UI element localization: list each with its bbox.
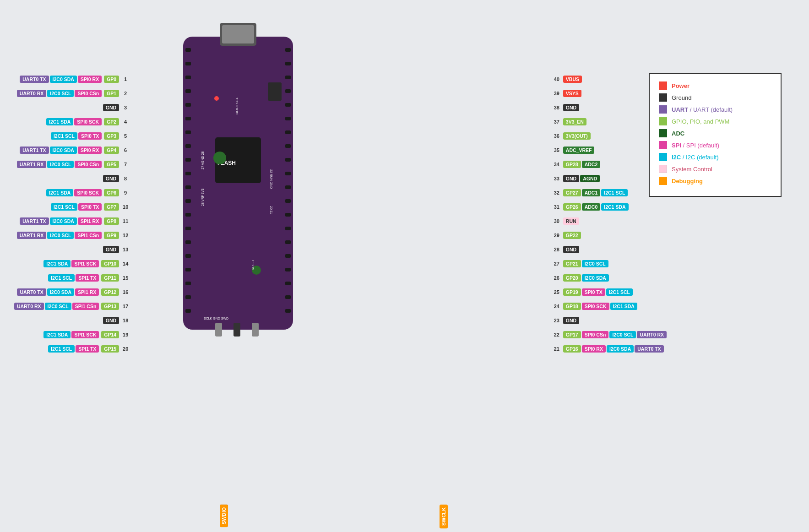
pill-spi0tx-25: SPI0 TX: [582, 288, 605, 296]
legend-label-adc: ADC: [672, 130, 684, 137]
pin-num-12: 12: [120, 232, 130, 239]
pill-uart1tx-6: UART1 TX: [20, 147, 49, 154]
pin-num-24: 24: [552, 303, 562, 310]
pin-num-10: 10: [120, 203, 130, 211]
pin-num-32: 32: [552, 189, 562, 196]
svg-rect-33: [285, 185, 291, 189]
pill-vsys: VSYS: [563, 90, 581, 97]
pill-gp9: GP9: [104, 232, 119, 239]
pill-gp2: GP2: [104, 118, 119, 125]
pill-i2c1sda-19: I2C1 SDA: [43, 331, 71, 338]
svg-rect-29: [285, 130, 291, 134]
pill-i2c0scl-7: I2C0 SCL: [47, 161, 74, 168]
svg-rect-17: [185, 240, 191, 244]
legend-item-spi: SPI / SPI (default): [659, 141, 771, 149]
svg-rect-20: [185, 282, 191, 285]
legend-label-debug: Debugging: [672, 178, 703, 185]
legend-item-sysctrl: System Control: [659, 165, 771, 173]
board-area: LED (GP25): [0, 0, 809, 532]
pill-gp26: GP26: [563, 203, 581, 211]
pin-num-25: 25: [552, 288, 562, 296]
pin-num-22: 22: [552, 331, 562, 338]
pill-spi0rx-21: SPI0 RX: [582, 345, 606, 353]
legend-swatch-debug: [659, 177, 667, 185]
pin-row-11: UART1 TX I2C0 SDA SPI1 RX GP8 11: [14, 214, 131, 228]
pill-spi1sck-14: SPI1 SCK: [71, 260, 99, 267]
pin-row-19: I2C1 SDA SPI1 SCK GP14 19: [14, 328, 131, 341]
legend-swatch-gpio: [659, 117, 667, 125]
legend-swatch-i2c: [659, 153, 667, 161]
svg-rect-34: [285, 199, 291, 203]
pill-uart0rx-2: UART0 RX: [17, 90, 47, 97]
pin-num-17: 17: [120, 303, 130, 310]
pill-3v3out: 3V3(OUT): [563, 132, 591, 140]
pin-row-16: UART0 TX I2C0 SDA SPI1 RX GP12 16: [14, 285, 131, 299]
pill-gnd-33: GND: [563, 175, 579, 182]
pin-row-27: 27 GP21 I2C0 SCL: [551, 257, 667, 270]
pill-gp10: GP10: [101, 260, 119, 267]
svg-rect-8: [185, 117, 191, 120]
pill-i2c0scl-12: I2C0 SCL: [47, 232, 74, 239]
pill-spi0sck-9: SPI0 SCK: [74, 189, 102, 196]
pill-gp0: GP0: [104, 76, 119, 83]
pin-num-39: 39: [552, 90, 562, 97]
pill-gp15: GP15: [101, 345, 119, 353]
legend-swatch-uart: [659, 105, 667, 114]
pin-row-8: GND 8: [14, 172, 131, 185]
svg-rect-5: [185, 76, 191, 79]
pill-spi0csn-7: SPI0 CSn: [75, 161, 102, 168]
pill-spi1csn-12: SPI1 CSn: [75, 232, 102, 239]
pin-num-36: 36: [552, 132, 562, 140]
legend: Power Ground UART / UART (default) GPIO,…: [649, 73, 782, 197]
svg-rect-12: [185, 172, 191, 175]
legend-swatch-adc: [659, 129, 667, 137]
svg-rect-13: [185, 185, 191, 189]
svg-text:BOOTSEL: BOOTSEL: [235, 97, 239, 114]
pill-i2c0sda-6: I2C0 SDA: [50, 147, 77, 154]
pill-i2c1scl-15: I2C1 SCL: [48, 274, 75, 282]
pin-row-22: 22 GP17 SPI0 CSn I2C0 SCL UART0 RX: [551, 328, 667, 341]
pill-uart0tx-1: UART0 TX: [20, 76, 49, 83]
pin-row-17: UART0 RX I2C0 SCL SPI1 CSn GP13 17: [14, 299, 131, 313]
svg-text:27 AGND 28: 27 AGND 28: [201, 152, 204, 169]
svg-rect-23: [285, 48, 291, 52]
pin-num-2: 2: [120, 90, 130, 97]
pill-spi1tx-20: SPI1 TX: [76, 345, 99, 353]
pill-gp8: GP8: [104, 217, 119, 225]
svg-rect-10: [185, 144, 191, 148]
svg-rect-2: [222, 25, 254, 43]
pin-num-13: 13: [120, 246, 130, 253]
pill-gnd-8: GND: [103, 175, 119, 182]
svg-point-46: [213, 152, 226, 164]
pill-i2c0sda-1: I2C0 SDA: [50, 76, 77, 83]
pin-num-27: 27: [552, 260, 562, 267]
pin-num-30: 30: [552, 217, 562, 225]
pill-i2c0sda-21: I2C0 SDA: [607, 345, 634, 353]
pin-row-21: 21 GP16 SPI0 RX I2C0 SDA UART0 TX: [551, 342, 667, 355]
pin-num-34: 34: [552, 161, 562, 168]
swclk-label: SWCLK: [440, 505, 448, 528]
legend-label-spi: SPI / SPI (default): [672, 142, 719, 149]
svg-rect-7: [185, 103, 191, 107]
pin-num-15: 15: [120, 274, 130, 282]
pin-row-5: I2C1 SCL SPI0 TX GP3 5: [14, 129, 131, 142]
pill-spi0csn-2: SPI0 CSn: [75, 90, 102, 97]
pill-i2c1scl-25: I2C1 SCL: [606, 288, 633, 296]
pill-gp11: GP11: [101, 274, 119, 282]
pin-num-37: 37: [552, 118, 562, 125]
legend-label-i2c: I2C / I2C (default): [672, 154, 719, 161]
pill-gp17: GP17: [563, 331, 581, 338]
pill-spi1sck-19: SPI1 SCK: [71, 331, 99, 338]
pin-num-21: 21: [552, 345, 562, 353]
pill-gp3: GP3: [104, 132, 119, 140]
pin-num-31: 31: [552, 203, 562, 211]
pill-spi1tx-15: SPI1 TX: [76, 274, 99, 282]
pill-uart0rx-17: UART0 RX: [14, 303, 44, 310]
pill-run: RUN: [563, 217, 579, 225]
legend-label-ground: Ground: [672, 94, 691, 101]
svg-rect-24: [285, 62, 291, 65]
legend-item-ground: Ground: [659, 93, 771, 102]
pill-i2c1sda-31: I2C1 SDA: [601, 203, 628, 211]
pill-gp28: GP28: [563, 161, 581, 168]
svg-rect-38: [285, 254, 291, 258]
